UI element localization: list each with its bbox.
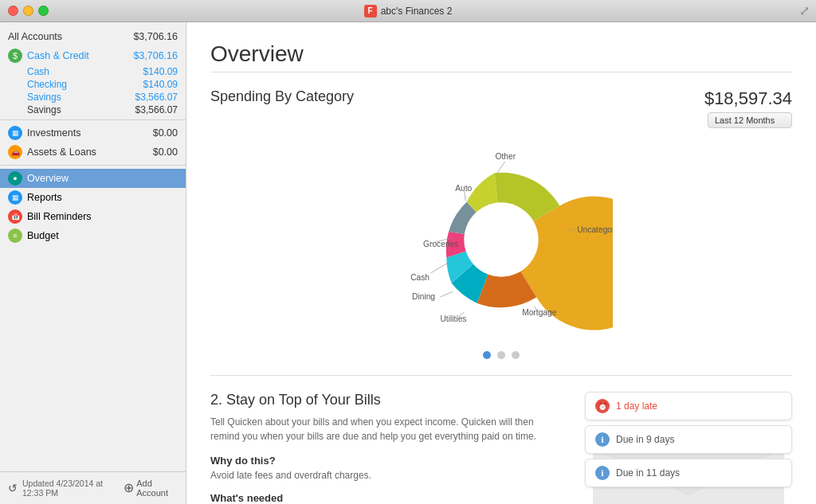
- sub-cash-balance: $140.09: [143, 66, 178, 77]
- svg-line-4: [440, 291, 453, 297]
- spending-title: Spending By Category: [210, 88, 354, 105]
- pagination-dots: [210, 351, 792, 359]
- maximize-button[interactable]: [38, 6, 49, 16]
- label-auto: Auto: [455, 184, 472, 193]
- dot-2[interactable]: [497, 351, 505, 359]
- sub-cash-name: Cash: [27, 66, 49, 77]
- reports-icon: ▦: [8, 190, 22, 205]
- spending-right: $18,597.34 Last 12 Months Last 6 Months …: [704, 88, 792, 128]
- resize-handle[interactable]: ⤢: [799, 3, 810, 18]
- assets-loans-icon: 🚗: [8, 145, 22, 159]
- svg-line-8: [496, 162, 504, 174]
- bills-why-desc: Avoid late fees and overdraft charges.: [210, 470, 561, 481]
- sidebar: All Accounts $3,706.16 $ Cash & Credit $…: [0, 22, 186, 504]
- sidebar-footer: ↺ Updated 4/23/2014 at 12:33 PM ⊕ Add Ac…: [0, 471, 186, 504]
- sidebar-item-cash-credit[interactable]: $ Cash & Credit $3,706.16: [0, 46, 186, 65]
- spending-total: $18,597.34: [704, 88, 792, 109]
- app-title: abc's Finances 2: [381, 6, 453, 17]
- investments-name: Investments: [27, 127, 80, 139]
- reports-label: Reports: [27, 192, 62, 203]
- sidebar-item-overview[interactable]: ● Overview: [0, 169, 186, 188]
- sub-checking-name: Checking: [27, 79, 67, 90]
- budget-icon: ≡: [8, 229, 22, 243]
- budget-row-left: ≡ Budget: [8, 229, 59, 243]
- bills-title: 2. Stay on Top of Your Bills: [210, 392, 561, 408]
- label-cash: Cash: [410, 273, 430, 282]
- overview-label: Overview: [27, 173, 69, 184]
- add-account-label: Add Account: [136, 479, 178, 498]
- refresh-icon[interactable]: ↺: [8, 482, 18, 494]
- main-content: Overview Spending By Category $18,597.34…: [186, 22, 816, 504]
- app-icon: F: [364, 5, 377, 18]
- sidebar-item-bill-reminders[interactable]: 📅 Bill Reminders: [0, 207, 186, 226]
- donut-chart: Uncategorized Mortgage Utilities Dining …: [390, 140, 613, 339]
- updated-label: Updated 4/23/2014 at 12:33 PM: [22, 479, 124, 498]
- label-mortgage: Mortgage: [522, 308, 557, 317]
- spending-header: Spending By Category $18,597.34 Last 12 …: [210, 88, 792, 128]
- overview-icon: ●: [8, 171, 22, 186]
- sidebar-divider-1: [0, 119, 186, 120]
- label-utilities: Utilities: [440, 315, 466, 323]
- window-controls[interactable]: [8, 6, 49, 16]
- label-uncategorized: Uncategorized: [577, 225, 613, 234]
- add-account-button[interactable]: ⊕ Add Account: [124, 479, 178, 498]
- svg-point-0: [464, 202, 538, 276]
- notif-text-11: Due in 11 days: [616, 467, 680, 479]
- titlebar: F abc's Finances 2 ⤢: [0, 0, 816, 22]
- sub-savings-balance: $3,566.07: [135, 92, 178, 103]
- sidebar-sub-cash[interactable]: Cash $140.09: [0, 65, 186, 78]
- title-divider: [210, 72, 792, 72]
- cash-credit-name: Cash & Credit: [27, 50, 89, 61]
- notif-text-late: 1 day late: [616, 400, 657, 412]
- notification-late[interactable]: ⏰ 1 day late: [585, 392, 792, 420]
- svg-line-5: [430, 264, 447, 273]
- chart-area: Uncategorized Mortgage Utilities Dining …: [210, 136, 792, 343]
- bill-reminders-icon: 📅: [8, 209, 22, 224]
- notif-icon-late: ⏰: [595, 399, 610, 413]
- bill-reminders-row-left: 📅 Bill Reminders: [8, 209, 92, 224]
- sidebar-item-assets-loans[interactable]: 🚗 Assets & Loans $0.00: [0, 143, 186, 162]
- period-select[interactable]: Last 12 Months Last 6 Months Last 3 Mont…: [708, 112, 792, 128]
- bills-left: 2. Stay on Top of Your Bills Tell Quicke…: [210, 392, 561, 504]
- notif-icon-11: ℹ: [595, 466, 610, 480]
- sidebar-sub-checking[interactable]: Checking $140.09: [0, 78, 186, 91]
- sidebar-footer-left: ↺ Updated 4/23/2014 at 12:33 PM: [8, 479, 124, 498]
- sidebar-item-investments[interactable]: ▦ Investments $0.00: [0, 123, 186, 143]
- sidebar-item-reports[interactable]: ▦ Reports: [0, 188, 186, 207]
- all-accounts-balance: $3,706.16: [133, 31, 178, 42]
- bills-why-title: Why do this?: [210, 455, 561, 467]
- sub-savings-name: Savings: [27, 92, 61, 103]
- bill-reminders-label: Bill Reminders: [27, 211, 92, 222]
- all-accounts-row[interactable]: All Accounts $3,706.16: [0, 27, 186, 46]
- notif-icon-9: ℹ: [595, 432, 610, 447]
- sub-checking-balance: $140.09: [143, 79, 178, 90]
- sidebar-row-left: $ Cash & Credit: [8, 49, 89, 63]
- sub-savings2-name: Savings: [27, 104, 61, 115]
- dot-1[interactable]: [483, 351, 491, 359]
- bills-needed-title: What's needed: [210, 492, 561, 504]
- reports-row-left: ▦ Reports: [8, 190, 62, 205]
- sidebar-sub-savings-label[interactable]: Savings $3,566.07: [0, 91, 186, 104]
- sidebar-divider-2: [0, 165, 186, 166]
- overview-row-left: ● Overview: [8, 171, 69, 186]
- budget-label: Budget: [27, 230, 59, 241]
- notification-due-9[interactable]: ℹ Due in 9 days: [585, 425, 792, 454]
- cash-credit-icon: $: [8, 49, 22, 63]
- assets-loans-name: Assets & Loans: [27, 147, 96, 158]
- close-button[interactable]: [8, 6, 18, 16]
- dot-3[interactable]: [512, 351, 520, 359]
- bills-section: 2. Stay on Top of Your Bills Tell Quicke…: [210, 392, 792, 504]
- investments-balance: $0.00: [153, 127, 178, 139]
- section-divider-2: [210, 375, 792, 376]
- label-groceries: Groceries: [423, 240, 458, 248]
- minimize-button[interactable]: [23, 6, 33, 16]
- bills-right: ⏰ 1 day late ℹ Due in 9 days ℹ Due in 11…: [585, 392, 792, 504]
- investments-icon: ▦: [8, 126, 22, 140]
- notif-text-9: Due in 9 days: [616, 434, 674, 445]
- sidebar-content: All Accounts $3,706.16 $ Cash & Credit $…: [0, 22, 186, 471]
- add-icon: ⊕: [124, 482, 134, 494]
- sidebar-item-budget[interactable]: ≡ Budget: [0, 226, 186, 245]
- notification-due-11[interactable]: ℹ Due in 11 days: [585, 459, 792, 487]
- sidebar-sub-savings2[interactable]: Savings $3,566.07: [0, 104, 186, 116]
- assets-loans-balance: $0.00: [153, 147, 178, 158]
